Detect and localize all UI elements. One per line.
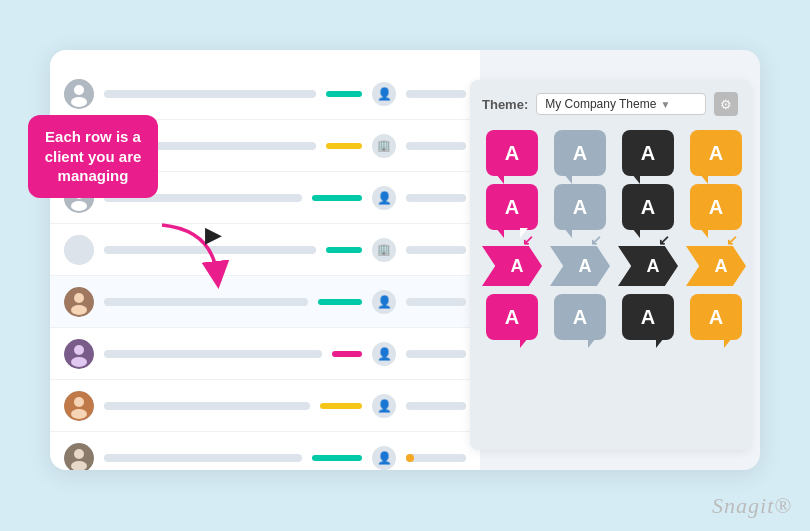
icon-cell-black-bubble[interactable]: A [618, 130, 678, 176]
row-status-bar [326, 91, 362, 97]
avatar [64, 235, 94, 265]
row-name-placeholder [104, 454, 302, 462]
svg-point-9 [74, 293, 84, 303]
row-status-bar [312, 195, 362, 201]
icon-cell-gray-bubble2[interactable]: A ↙ [550, 184, 610, 238]
yellow-bubble-icon: A [690, 130, 742, 176]
theme-panel: Theme: My Company Theme ▼ ⚙ A A A A [470, 80, 750, 450]
avatar [64, 79, 94, 109]
row-icon-person: 👤 [372, 394, 396, 418]
table-row[interactable]: 👤 [50, 276, 480, 328]
row-text [406, 142, 466, 150]
icon-cell-gray-bubble[interactable]: A [550, 130, 610, 176]
icon-cell-pink-chevron[interactable]: A [482, 246, 542, 286]
svg-point-13 [71, 357, 87, 367]
row-status-bar [326, 143, 362, 149]
row-text [406, 194, 466, 202]
table-row[interactable]: 👤 [50, 68, 480, 120]
table-row[interactable]: 👤 [50, 328, 480, 380]
gray-bubble-icon: A [554, 130, 606, 176]
row-icon-person: 👤 [372, 446, 396, 470]
row-icon-building: 🏢 [372, 238, 396, 262]
row-icon-person: 👤 [372, 290, 396, 314]
row-status-bar [312, 455, 362, 461]
icon-cell-gray-bubble3[interactable]: A [550, 294, 610, 340]
icon-cell-gray-chevron[interactable]: A [550, 246, 610, 286]
icon-cell-pink-bubble[interactable]: A [482, 130, 542, 176]
table-row[interactable]: 👤 [50, 432, 480, 470]
svg-point-6 [71, 201, 87, 211]
row-status-bar [318, 299, 362, 305]
icon-cell-yellow-bubble3[interactable]: A [686, 294, 746, 340]
row-name-placeholder [104, 90, 316, 98]
avatar [64, 443, 94, 471]
row-status-bar [320, 403, 362, 409]
callout-text: Each row is a client you are managing [45, 128, 142, 184]
black-bubble-icon: A [622, 130, 674, 176]
row-text [406, 90, 466, 98]
row-text [406, 402, 466, 410]
table-row[interactable]: 🏢 [50, 224, 480, 276]
svg-point-12 [74, 345, 84, 355]
callout-annotation: Each row is a client you are managing [28, 115, 158, 198]
chevron-down-icon: ▼ [660, 99, 670, 110]
theme-label: Theme: [482, 97, 528, 112]
row-status-bar [332, 351, 362, 357]
icon-cell-black-chevron[interactable]: A [618, 246, 678, 286]
icon-cell-yellow-bubble[interactable]: A [686, 130, 746, 176]
svg-point-18 [74, 449, 84, 459]
row-text [406, 246, 466, 254]
theme-dropdown[interactable]: My Company Theme ▼ [536, 93, 706, 115]
row-text [406, 350, 466, 358]
svg-point-10 [71, 305, 87, 315]
icon-cell-yellow-bubble2[interactable]: A ↙ [686, 184, 746, 238]
gear-icon[interactable]: ⚙ [714, 92, 738, 116]
icon-cell-black-bubble3[interactable]: A [618, 294, 678, 340]
pink-bubble-icon: A [486, 130, 538, 176]
theme-dropdown-value: My Company Theme [545, 97, 656, 111]
avatar [64, 287, 94, 317]
svg-point-15 [74, 397, 84, 407]
row-icon-person: 👤 [372, 342, 396, 366]
icon-grid: A A A A A ↙ A [482, 130, 738, 340]
row-text [406, 454, 466, 462]
avatar [64, 391, 94, 421]
cursor-icon: ▶ [205, 222, 222, 248]
snagit-label: Snagit® [712, 493, 792, 519]
row-icon-building: 🏢 [372, 134, 396, 158]
table-row[interactable]: 👤 [50, 380, 480, 432]
row-name-placeholder [104, 402, 310, 410]
icon-cell-pink-bubble3[interactable]: A [482, 294, 542, 340]
svg-point-16 [71, 409, 87, 419]
svg-point-2 [71, 97, 87, 107]
icon-cell-yellow-chevron[interactable]: A [686, 246, 746, 286]
svg-point-1 [74, 85, 84, 95]
theme-header: Theme: My Company Theme ▼ ⚙ [482, 92, 738, 116]
avatar [64, 339, 94, 369]
row-icon-person: 👤 [372, 82, 396, 106]
icon-cell-pink-bubble2[interactable]: A ↙ [482, 184, 542, 238]
table-area: 👤 🏢 👤 [50, 50, 480, 470]
row-text [406, 298, 466, 306]
row-status-bar [326, 247, 362, 253]
icon-cell-black-bubble2[interactable]: A ↙ [618, 184, 678, 238]
row-name-placeholder [104, 350, 322, 358]
svg-point-7 [64, 235, 94, 265]
row-icon-person: 👤 [372, 186, 396, 210]
